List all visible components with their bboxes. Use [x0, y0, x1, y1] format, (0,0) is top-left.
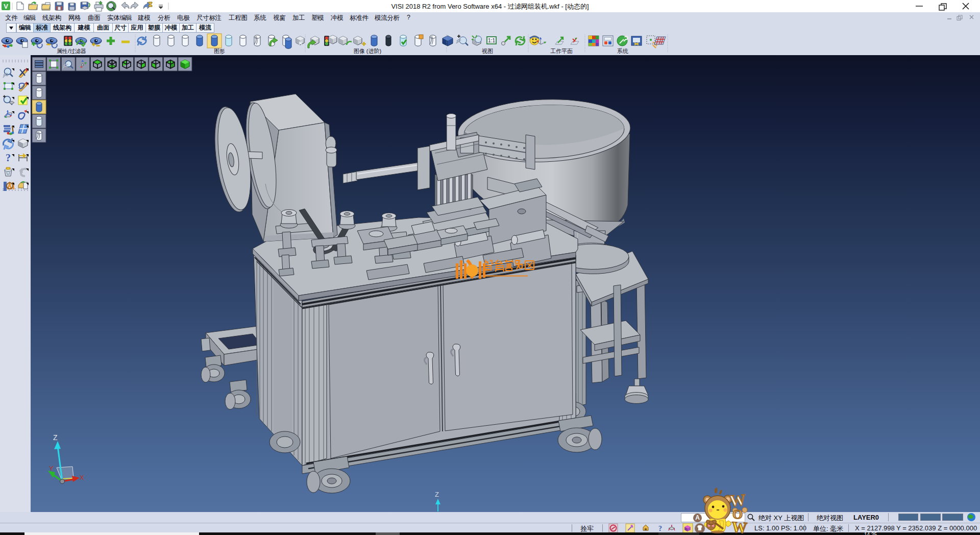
- svg-text:X: X: [80, 474, 84, 481]
- svg-text:Y: Y: [49, 465, 54, 472]
- svg-text:1:1: 1:1: [488, 38, 495, 43]
- svg-text:?: ?: [658, 525, 662, 532]
- svg-text:?: ?: [6, 152, 11, 163]
- svg-text:Z: Z: [435, 491, 439, 498]
- svg-text:W: W: [731, 518, 748, 535]
- svg-text:Z: Z: [53, 433, 58, 442]
